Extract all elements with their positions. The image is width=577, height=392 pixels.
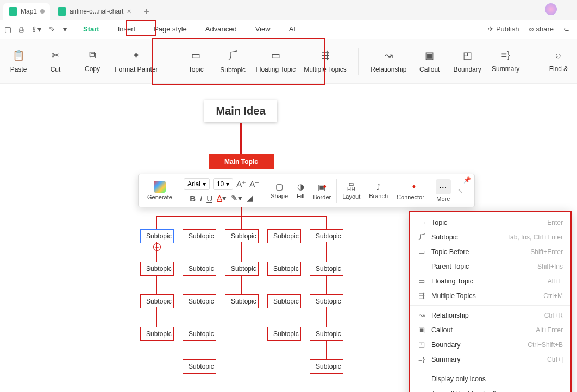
branch-button[interactable]: ⤴Branch: [365, 182, 392, 199]
font-size-select[interactable]: 10 ▾: [213, 178, 233, 190]
more-icon[interactable]: ⊂: [563, 25, 569, 33]
subtopic-node[interactable]: Subtopic: [310, 327, 343, 341]
main-topic-node[interactable]: Main Topic: [209, 154, 274, 169]
context-menu-label: Callout: [431, 326, 530, 334]
share-button[interactable]: ∞ share: [529, 25, 554, 33]
connector-button[interactable]: —•Connector: [392, 181, 429, 200]
context-menu-label: Display only icons: [431, 375, 557, 383]
underline-button[interactable]: U: [206, 194, 212, 203]
context-menu-label: Turn off the Mini Toolbar: [431, 390, 557, 393]
main-idea-node[interactable]: Main Idea: [204, 100, 277, 122]
subtopic-node[interactable]: Subtopic: [310, 359, 343, 374]
context-menu-item[interactable]: Parent TopicShift+Ins: [410, 259, 570, 274]
minimize-icon[interactable]: —: [567, 5, 574, 14]
boundary-icon: ◰: [463, 49, 472, 61]
floating-topic-button[interactable]: ▭Floating Topic: [259, 49, 292, 73]
separator: [430, 179, 430, 203]
publish-button[interactable]: ✈ Publish: [488, 25, 519, 33]
fill-button[interactable]: ◑Fill: [292, 182, 309, 199]
tab-airline[interactable]: airline-o...nal-chart ×: [52, 3, 137, 20]
callout-button[interactable]: ▣Callout: [419, 49, 441, 73]
subtopic-node[interactable]: Subtopic: [183, 327, 216, 341]
context-menu-item[interactable]: ▭Floating TopicAlt+F: [410, 274, 570, 288]
font-family-select[interactable]: Arial ▾: [184, 178, 210, 190]
collapse-toggle-icon[interactable]: −: [153, 243, 161, 251]
subtopic-node-selected[interactable]: Subtopic: [140, 229, 174, 243]
layout-button[interactable]: 品Layout: [338, 182, 365, 200]
separator: [178, 179, 178, 203]
context-menu-item[interactable]: ▭Topic BeforeShift+Enter: [410, 244, 570, 259]
menu-ai[interactable]: AI: [289, 25, 296, 33]
bold-button[interactable]: B: [190, 194, 196, 203]
paste-button[interactable]: 📋Paste: [8, 49, 29, 73]
copy-button[interactable]: ⧉Copy: [81, 49, 103, 73]
summary-button[interactable]: ≡}Summary: [494, 49, 517, 73]
subtopic-node[interactable]: Subtopic: [140, 327, 174, 341]
subtopic-node[interactable]: Subtopic: [225, 229, 259, 243]
menu-advanced[interactable]: Advanced: [205, 25, 237, 33]
relationship-button[interactable]: ↝Relationship: [374, 49, 404, 73]
close-icon[interactable]: ×: [127, 7, 131, 16]
subtopic-node[interactable]: Subtopic: [310, 229, 343, 243]
subtopic-node[interactable]: Subtopic: [267, 229, 301, 243]
expand-icon[interactable]: ⤡: [457, 187, 463, 195]
menu-start[interactable]: Start: [83, 25, 99, 33]
context-menu-item[interactable]: ▣CalloutAlt+Enter: [410, 323, 570, 337]
multiple-topics-button[interactable]: ⇶Multiple Topics: [308, 49, 343, 73]
italic-button[interactable]: I: [200, 194, 202, 203]
context-menu-item[interactable]: ▭TopicEnter: [410, 215, 570, 230]
print-icon[interactable]: ⎙: [19, 25, 23, 34]
topic-button[interactable]: ▭Topic: [185, 49, 207, 73]
format-painter-button[interactable]: ✦Format Painter: [118, 49, 154, 73]
find-button[interactable]: ⌕Find &: [548, 49, 569, 73]
find-icon: ⌕: [555, 49, 561, 61]
multiple-icon: ⇶: [417, 292, 426, 300]
tab-map1[interactable]: Map1: [3, 3, 50, 20]
avatar[interactable]: [545, 3, 557, 15]
save-icon[interactable]: ▢: [4, 25, 11, 34]
context-menu-item[interactable]: ↝RelationshipCtrl+R: [410, 308, 570, 323]
brush-icon: ✦: [132, 49, 140, 61]
menu-view[interactable]: View: [255, 25, 271, 33]
pin-icon[interactable]: 📌: [463, 176, 471, 184]
boundary-button[interactable]: ◰Boundary: [456, 49, 479, 73]
subtopic-node[interactable]: Subtopic: [267, 327, 301, 341]
subtopic-node[interactable]: Subtopic: [310, 262, 343, 276]
edit-icon[interactable]: ✎: [49, 25, 55, 34]
increase-font-icon[interactable]: A⁺: [236, 179, 246, 189]
clear-format-button[interactable]: ◢: [247, 193, 253, 203]
cut-button[interactable]: ✂Cut: [45, 49, 66, 73]
subtopic-node[interactable]: Subtopic: [225, 262, 259, 276]
generate-section[interactable]: Generate: [143, 181, 177, 200]
new-tab-button[interactable]: +: [139, 4, 154, 20]
subtopic-node[interactable]: Subtopic: [140, 262, 174, 276]
more-button[interactable]: ···More: [431, 179, 455, 202]
subtopic-node[interactable]: Subtopic: [310, 294, 343, 308]
shape-button[interactable]: ▢Shape: [266, 182, 292, 199]
subtopic-node[interactable]: Subtopic: [183, 359, 216, 374]
menu-page-style[interactable]: Page style: [154, 25, 187, 33]
menu-insert[interactable]: Insert: [118, 25, 136, 33]
font-color-button[interactable]: A▾: [217, 193, 227, 203]
context-menu-item[interactable]: ≡}SummaryCtrl+]: [410, 352, 570, 366]
floating-icon: ▭: [271, 49, 280, 61]
subtopic-node[interactable]: Subtopic: [267, 294, 301, 308]
subtopic-node[interactable]: Subtopic: [225, 294, 259, 308]
highlight-button[interactable]: ✎▾: [231, 193, 242, 203]
menu-caret-icon[interactable]: ▾: [63, 25, 67, 34]
context-menu-item[interactable]: ⺁SubtopicTab, Ins, Ctrl+Enter: [410, 230, 570, 244]
subtopic-node[interactable]: Subtopic: [183, 229, 216, 243]
border-button[interactable]: ▣•Border: [309, 181, 335, 200]
context-menu-item[interactable]: ◰BoundaryCtrl+Shift+B: [410, 337, 570, 352]
subtopic-node[interactable]: Subtopic: [140, 294, 174, 308]
context-menu-label: Floating Topic: [431, 277, 542, 285]
subtopic-button[interactable]: ⺁Subtopic: [222, 49, 244, 74]
export-icon[interactable]: ⇪▾: [31, 25, 41, 34]
context-menu-item[interactable]: ⇶Multiple TopicsCtrl+M: [410, 288, 570, 303]
decrease-font-icon[interactable]: A⁻: [249, 179, 259, 189]
context-menu-item[interactable]: Display only icons: [410, 371, 570, 386]
subtopic-node[interactable]: Subtopic: [183, 294, 216, 308]
subtopic-node[interactable]: Subtopic: [267, 262, 301, 276]
context-menu-item[interactable]: Turn off the Mini Toolbar: [410, 386, 570, 392]
subtopic-node[interactable]: Subtopic: [183, 262, 216, 276]
